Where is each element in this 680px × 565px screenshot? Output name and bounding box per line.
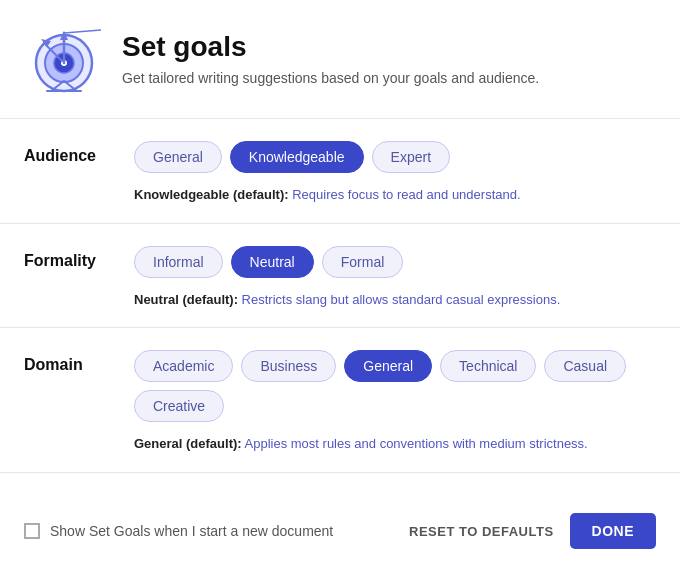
formality-formal-button[interactable]: Formal [322, 246, 404, 278]
audience-desc-text: Requires focus to read and understand. [289, 187, 521, 202]
formality-neutral-button[interactable]: Neutral [231, 246, 314, 278]
reset-defaults-button[interactable]: RESET TO DEFAULTS [409, 524, 554, 539]
done-button[interactable]: DONE [570, 513, 656, 549]
formality-section: Formality Informal Neutral Formal Neutra… [0, 224, 680, 329]
domain-academic-button[interactable]: Academic [134, 350, 233, 382]
domain-desc-text: Applies most rules and conventions with … [242, 436, 588, 451]
formality-desc-label: Neutral (default): [134, 292, 238, 307]
domain-section: Domain Academic Business General Technic… [0, 328, 680, 473]
header-text: Set goals Get tailored writing suggestio… [122, 31, 539, 89]
audience-knowledgeable-button[interactable]: Knowledgeable [230, 141, 364, 173]
domain-content: Academic Business General Technical Casu… [134, 350, 656, 454]
audience-label: Audience [24, 141, 134, 205]
domain-technical-button[interactable]: Technical [440, 350, 536, 382]
footer-left: Show Set Goals when I start a new docume… [24, 523, 333, 539]
svg-line-6 [64, 28, 101, 33]
audience-options: General Knowledgeable Expert [134, 141, 656, 173]
header: Set goals Get tailored writing suggestio… [0, 0, 680, 119]
domain-creative-button[interactable]: Creative [134, 390, 224, 422]
show-goals-label: Show Set Goals when I start a new docume… [50, 523, 333, 539]
formality-content: Informal Neutral Formal Neutral (default… [134, 246, 656, 310]
formality-options: Informal Neutral Formal [134, 246, 656, 278]
domain-options: Academic Business General Technical Casu… [134, 350, 656, 422]
formality-description: Neutral (default): Restricts slang but a… [134, 290, 656, 310]
audience-expert-button[interactable]: Expert [372, 141, 450, 173]
formality-desc-text: Restricts slang but allows standard casu… [238, 292, 560, 307]
footer-right: RESET TO DEFAULTS DONE [409, 513, 656, 549]
audience-general-button[interactable]: General [134, 141, 222, 173]
domain-desc-label: General (default): [134, 436, 242, 451]
page-subtitle: Get tailored writing suggestions based o… [122, 69, 539, 89]
header-icon [24, 20, 104, 100]
set-goals-dialog: Set goals Get tailored writing suggestio… [0, 0, 680, 565]
show-goals-checkbox[interactable] [24, 523, 40, 539]
domain-description: General (default): Applies most rules an… [134, 434, 656, 454]
domain-business-button[interactable]: Business [241, 350, 336, 382]
formality-informal-button[interactable]: Informal [134, 246, 223, 278]
domain-general-button[interactable]: General [344, 350, 432, 382]
footer: Show Set Goals when I start a new docume… [0, 497, 680, 565]
audience-content: General Knowledgeable Expert Knowledgeab… [134, 141, 656, 205]
domain-casual-button[interactable]: Casual [544, 350, 626, 382]
domain-label: Domain [24, 350, 134, 454]
formality-label: Formality [24, 246, 134, 310]
audience-desc-label: Knowledgeable (default): [134, 187, 289, 202]
page-title: Set goals [122, 31, 539, 63]
audience-section: Audience General Knowledgeable Expert Kn… [0, 119, 680, 224]
audience-description: Knowledgeable (default): Requires focus … [134, 185, 656, 205]
